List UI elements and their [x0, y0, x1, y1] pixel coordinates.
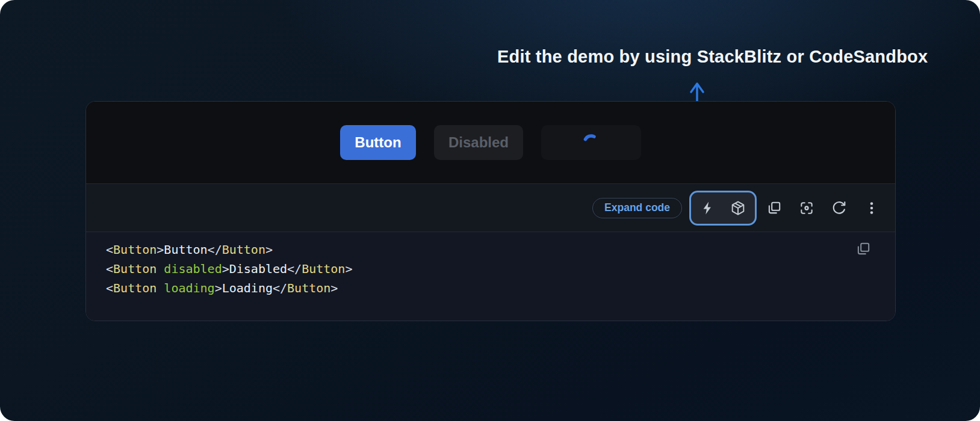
codesandbox-cube-icon[interactable] [730, 200, 746, 216]
stackblitz-lightning-icon[interactable] [700, 200, 716, 216]
code-lines: <Button>Button</Button><Button disabled>… [106, 240, 875, 298]
demo-preview-area: Button Disabled [86, 102, 895, 183]
toolbar-icon-row [766, 200, 879, 216]
copy-code-icon[interactable] [855, 241, 871, 257]
more-vertical-icon[interactable] [864, 200, 879, 216]
demo-primary-button[interactable]: Button [340, 125, 416, 160]
demo-disabled-button: Disabled [434, 125, 523, 160]
expand-code-button[interactable]: Expand code [592, 198, 682, 218]
docs-demo-page: Edit the demo by using StackBlitz or Cod… [0, 0, 980, 421]
copy-icon[interactable] [766, 200, 782, 216]
demo-card: Button Disabled Expand code [85, 101, 896, 321]
code-line: <Button disabled>Disabled</Button> [106, 259, 875, 278]
arrowhead-up-icon [691, 84, 703, 92]
loading-spinner-icon [581, 133, 601, 152]
annotation-text: Edit the demo by using StackBlitz or Cod… [497, 47, 928, 67]
code-line: <Button loading>Loading</Button> [106, 278, 875, 298]
code-line: <Button>Button</Button> [106, 240, 875, 259]
refresh-icon[interactable] [831, 200, 847, 216]
button-label: Disabled [448, 134, 509, 151]
code-block: <Button>Button</Button><Button disabled>… [86, 232, 895, 321]
demo-toolbar: Expand code [86, 183, 895, 232]
inspect-focus-icon[interactable] [799, 200, 814, 216]
expand-code-label: Expand code [604, 201, 670, 214]
button-label: Button [355, 134, 401, 151]
demo-loading-button[interactable] [541, 125, 641, 160]
edit-online-group-highlighted [689, 191, 757, 226]
